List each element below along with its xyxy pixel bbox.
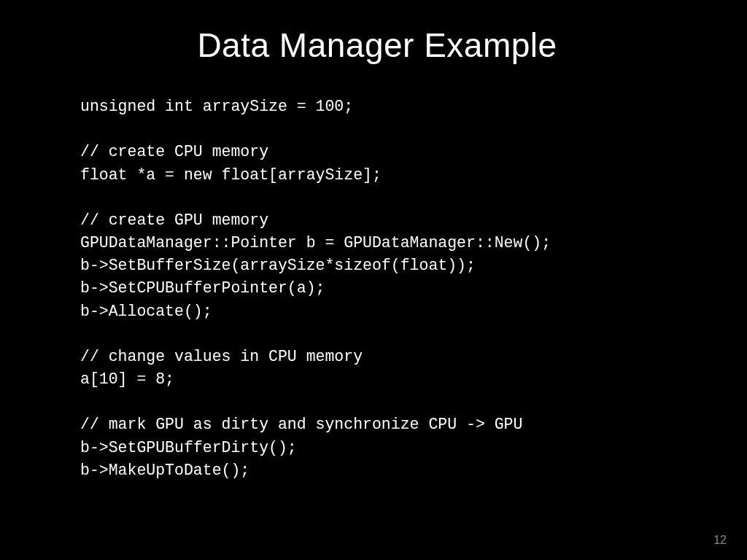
slide-title: Data Manager Example xyxy=(80,26,674,65)
code-block: unsigned int arraySize = 100; // create … xyxy=(80,96,674,482)
slide: Data Manager Example unsigned int arrayS… xyxy=(0,0,747,560)
page-number: 12 xyxy=(713,534,727,547)
